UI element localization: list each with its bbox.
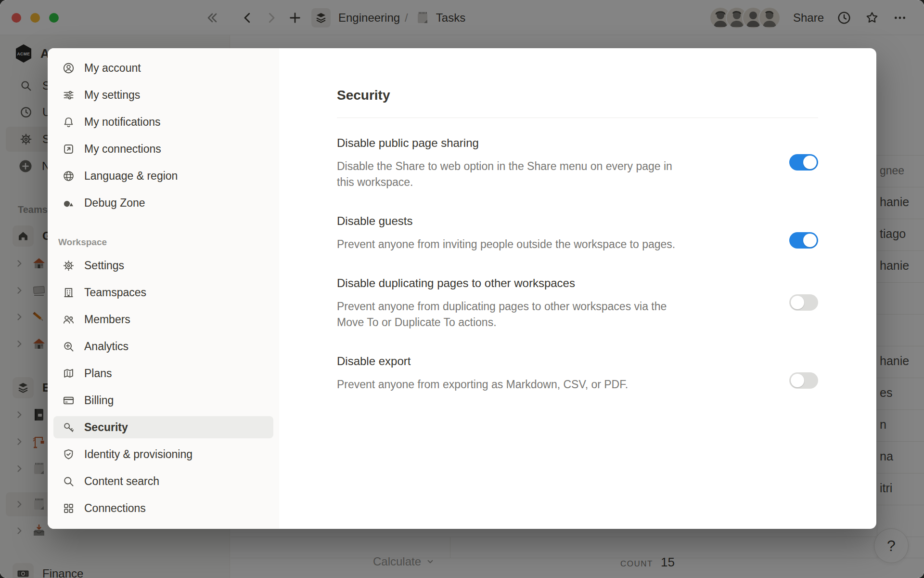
- settings-nav-connections[interactable]: Connections: [53, 497, 273, 519]
- setting-description: Prevent anyone from inviting people outs…: [337, 236, 675, 252]
- settings-nav-my-settings[interactable]: My settings: [53, 84, 273, 106]
- settings-nav-my-connections[interactable]: My connections: [53, 138, 273, 160]
- toggle-disable-duplicating-pages[interactable]: [789, 294, 818, 311]
- screen: Engineering / Tasks Share: [0, 0, 924, 578]
- map-icon: [62, 367, 75, 380]
- setting-title: Disable export: [337, 354, 628, 369]
- people-icon: [62, 313, 75, 326]
- settings-nav-analytics[interactable]: Analytics: [53, 335, 273, 357]
- setting-description: Prevent anyone from duplicating pages to…: [337, 299, 691, 330]
- globe-icon: [62, 170, 75, 183]
- settings-nav-content-search[interactable]: Content search: [53, 470, 273, 492]
- toggle-knob: [791, 374, 804, 387]
- person-circle-icon: [62, 62, 75, 75]
- settings-nav-security[interactable]: Security: [53, 416, 273, 438]
- arrow-up-right-square-icon: [62, 143, 75, 156]
- sliders-icon: [62, 89, 75, 102]
- settings-nav-plans[interactable]: Plans: [53, 362, 273, 384]
- building-icon: [62, 286, 75, 299]
- toggle-knob: [791, 296, 804, 309]
- setting-title: Disable duplicating pages to other works…: [337, 276, 691, 291]
- toggle-disable-guests[interactable]: [789, 232, 818, 249]
- workspace-section-header: Workspace: [58, 237, 273, 248]
- setting-row: Disable guests Prevent anyone from invit…: [337, 213, 818, 252]
- chart-search-icon: [62, 340, 75, 353]
- shapes-icon: [62, 197, 75, 210]
- toggle-disable-public-page-sharing[interactable]: [789, 154, 818, 171]
- settings-nav-teamspaces[interactable]: Teamspaces: [53, 281, 273, 303]
- toggle-knob: [803, 234, 817, 247]
- bell-icon: [62, 116, 75, 129]
- grid-icon: [62, 502, 75, 515]
- setting-row: Disable duplicating pages to other works…: [337, 276, 818, 330]
- setting-description: Disable the Share to web option in the S…: [337, 158, 691, 190]
- settings-nav-language-region[interactable]: Language & region: [53, 165, 273, 187]
- security-settings-panel: Security Disable public page sharing Dis…: [279, 48, 876, 529]
- settings-nav-my-account[interactable]: My account: [53, 57, 273, 79]
- setting-description: Prevent anyone from exporting as Markdow…: [337, 377, 628, 393]
- key-icon: [62, 421, 75, 434]
- divider: [337, 118, 818, 118]
- settings-modal-sidebar: My account My settings My notifications …: [48, 48, 279, 529]
- setting-title: Disable public page sharing: [337, 135, 691, 151]
- credit-card-icon: [62, 394, 75, 407]
- settings-nav-my-notifications[interactable]: My notifications: [53, 111, 273, 133]
- setting-title: Disable guests: [337, 213, 675, 229]
- settings-nav-identity-provisioning[interactable]: Identity & provisioning: [53, 443, 273, 465]
- setting-row: Disable export Prevent anyone from expor…: [337, 354, 818, 393]
- shield-check-icon: [62, 448, 75, 461]
- gear-icon: [62, 259, 75, 272]
- settings-modal: My account My settings My notifications …: [48, 48, 876, 529]
- toggle-knob: [803, 156, 817, 169]
- app-window: Engineering / Tasks Share: [0, 0, 924, 578]
- page-title: Security: [337, 87, 818, 104]
- settings-nav-billing[interactable]: Billing: [53, 389, 273, 411]
- settings-nav-settings[interactable]: Settings: [53, 254, 273, 276]
- toggle-disable-export[interactable]: [789, 372, 818, 389]
- setting-row: Disable public page sharing Disable the …: [337, 135, 818, 190]
- settings-nav-members[interactable]: Members: [53, 308, 273, 330]
- magnifier-icon: [62, 475, 75, 488]
- settings-nav-debug-zone[interactable]: Debug Zone: [53, 192, 273, 214]
